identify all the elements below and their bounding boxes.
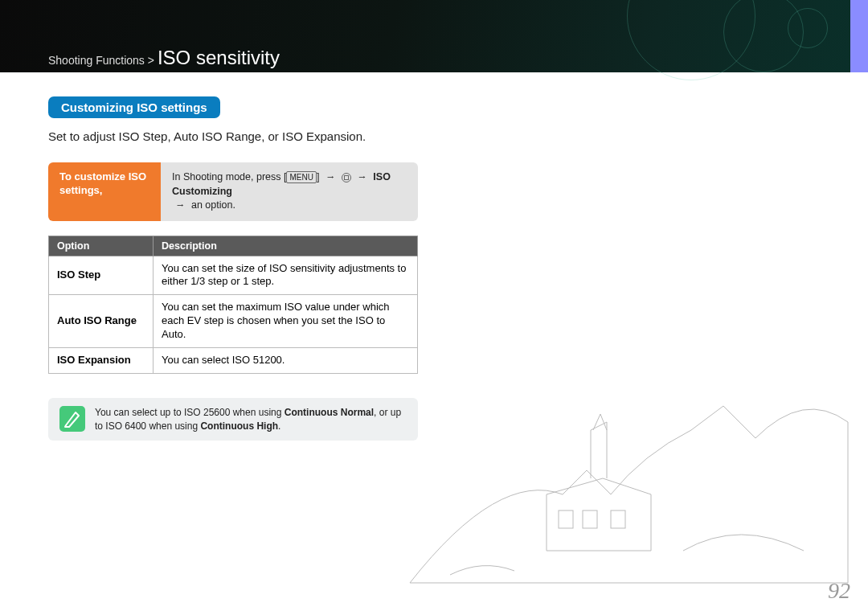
option-desc: You can set the size of ISO sensitivity … <box>154 256 418 295</box>
note-post: . <box>278 420 280 432</box>
instruction-text-post: an option. <box>191 199 235 211</box>
table-row: ISO Step You can set the size of ISO sen… <box>49 256 418 295</box>
table-row: Auto ISO Range You can set the maximum I… <box>49 295 418 348</box>
decorative-illustration <box>402 310 852 591</box>
section-heading-pill: Customizing ISO settings <box>48 96 220 118</box>
pen-note-icon <box>59 406 85 432</box>
option-name: ISO Expansion <box>49 347 154 373</box>
instruction-body: In Shooting mode, press [MENU] → → ISO C… <box>161 162 418 221</box>
option-name: ISO Step <box>49 256 154 295</box>
side-tab <box>850 0 868 72</box>
instruction-text-pre: In Shooting mode, press [ <box>172 171 286 182</box>
arrow-icon: → <box>322 171 339 182</box>
option-desc: You can select ISO 51200. <box>154 347 418 373</box>
options-table: Option Description ISO Step You can set … <box>48 236 418 374</box>
instruction-box: To customize ISO settings, In Shooting m… <box>48 162 418 221</box>
note-bold1: Continuous Normal <box>285 407 374 418</box>
camera-mode-icon <box>342 173 351 182</box>
table-header-option: Option <box>49 236 154 256</box>
note-text: You can select up to ISO 25600 when usin… <box>95 406 407 433</box>
svg-rect-0 <box>559 510 573 528</box>
note-bold2: Continuous High <box>200 420 278 432</box>
svg-rect-2 <box>611 510 625 528</box>
option-desc: You can set the maximum ISO value under … <box>154 295 418 348</box>
menu-key-icon: MENU <box>286 171 316 183</box>
note-pre: You can select up to ISO 25600 when usin… <box>95 407 285 418</box>
section-intro-text: Set to adjust ISO Step, Auto ISO Range, … <box>48 129 434 143</box>
option-name: Auto ISO Range <box>49 295 154 348</box>
page-title: ISO sensitivity <box>158 47 280 69</box>
table-header-description: Description <box>154 236 418 256</box>
arrow-icon: → <box>354 171 371 182</box>
svg-rect-1 <box>583 510 597 528</box>
instruction-text-mid: ] <box>317 171 319 182</box>
arrow-icon: → <box>172 199 189 211</box>
page-number: 92 <box>828 578 850 604</box>
instruction-label: To customize ISO settings, <box>48 162 161 221</box>
content-column: Customizing ISO settings Set to adjust I… <box>0 72 434 441</box>
breadcrumb: Shooting Functions > <box>48 54 154 67</box>
page-header: Shooting Functions > ISO sensitivity <box>0 0 868 72</box>
table-row: ISO Expansion You can select ISO 51200. <box>49 347 418 373</box>
note-box: You can select up to ISO 25600 when usin… <box>48 398 418 441</box>
